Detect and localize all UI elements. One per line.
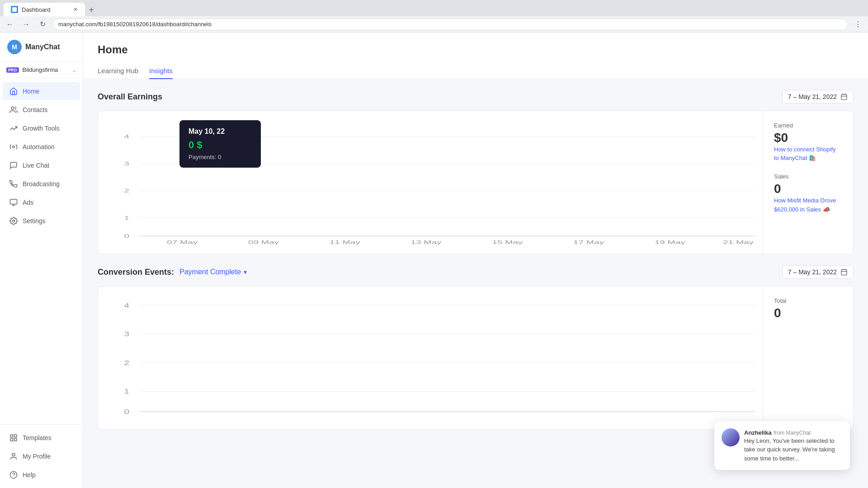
- sales-label: Sales: [774, 173, 842, 180]
- overall-earnings-date-picker[interactable]: 7 – May 21, 2022: [782, 90, 854, 103]
- svg-text:2: 2: [124, 188, 129, 194]
- earned-stat: Earned $0 How to connect Shopify to Many…: [774, 122, 842, 162]
- svg-text:21 May: 21 May: [723, 239, 754, 245]
- svg-text:17 May: 17 May: [573, 239, 604, 245]
- conversion-header-left: Conversion Events: Payment Complete ▾: [98, 267, 247, 277]
- tab-close-button[interactable]: ✕: [73, 6, 78, 13]
- tab-insights[interactable]: Insights: [149, 63, 173, 79]
- sales-value: 0: [774, 182, 842, 196]
- svg-text:0: 0: [124, 408, 129, 415]
- svg-text:15 May: 15 May: [492, 239, 523, 245]
- svg-text:0: 0: [124, 233, 129, 239]
- svg-text:3: 3: [124, 161, 129, 167]
- conversion-events-date: 7 – May 21, 2022: [788, 268, 837, 276]
- svg-text:2: 2: [124, 359, 129, 366]
- nav-items: Home Contacts Growth Tools: [0, 78, 83, 424]
- avatar-image: [722, 428, 740, 446]
- sidebar-item-live-chat[interactable]: Live Chat: [3, 156, 80, 174]
- svg-text:1: 1: [124, 388, 129, 395]
- chat-widget[interactable]: Anzhelika from ManyChat Hey Leon, You've…: [714, 421, 850, 470]
- browser-chrome: Dashboard ✕ + ← → ↻ manychat.com/fb19815…: [0, 0, 868, 33]
- total-value: 0: [774, 306, 842, 320]
- shopify-link[interactable]: How to connect Shopify to ManyChat 🛍️: [774, 146, 836, 161]
- svg-rect-11: [14, 439, 17, 441]
- sidebar-item-automation[interactable]: Automation: [3, 138, 80, 156]
- conversion-events-stats: Total 0: [763, 286, 853, 429]
- svg-rect-10: [14, 435, 17, 437]
- chart-tooltip: May 10, 22 0 $ Payments: 0: [179, 120, 261, 168]
- chevron-down-icon: ⌄: [72, 67, 76, 73]
- svg-point-3: [11, 107, 14, 109]
- workspace-name: Bildungsfirma: [23, 66, 58, 73]
- sales-stat: Sales 0 How Misfit Media Drove $620,000 …: [774, 173, 842, 213]
- back-button[interactable]: ←: [4, 18, 16, 31]
- svg-text:09 May: 09 May: [248, 239, 279, 245]
- svg-text:1: 1: [124, 215, 129, 221]
- sidebar-item-label-help: Help: [23, 471, 36, 479]
- svg-rect-12: [10, 439, 13, 441]
- svg-rect-0: [12, 7, 17, 12]
- tab-learning-hub[interactable]: Learning Hub: [98, 63, 138, 79]
- tooltip-amount: 0 $: [189, 139, 252, 151]
- sidebar-logo: M ManyChat: [0, 33, 83, 62]
- sidebar-item-contacts[interactable]: Contacts: [3, 101, 80, 119]
- sidebar-item-ads[interactable]: Ads: [3, 193, 80, 211]
- tab-title: Dashboard: [22, 6, 51, 13]
- sidebar-item-settings[interactable]: Settings: [3, 212, 80, 230]
- browser-tab[interactable]: Dashboard ✕: [4, 3, 85, 16]
- tab-favicon: [11, 6, 18, 13]
- conversion-events-header: Conversion Events: Payment Complete ▾ 7 …: [98, 265, 854, 279]
- sidebar-item-templates[interactable]: Templates: [3, 429, 80, 447]
- reload-button[interactable]: ↻: [36, 18, 49, 31]
- misfit-media-link[interactable]: How Misfit Media Drove $620,000 in Sales…: [774, 197, 836, 212]
- sidebar-item-label-ads: Ads: [23, 199, 33, 206]
- conversion-events-date-picker[interactable]: 7 – May 21, 2022: [782, 265, 854, 279]
- broadcasting-icon: [9, 179, 18, 188]
- overall-earnings-chart-area: May 10, 22 0 $ Payments: 0: [98, 111, 763, 254]
- main-content: Home Learning Hub Insights Overall Earni…: [83, 33, 868, 488]
- svg-rect-5: [10, 199, 17, 204]
- home-icon: [9, 87, 18, 96]
- sidebar-item-label-contacts: Contacts: [23, 106, 47, 113]
- sidebar-item-label-templates: Templates: [23, 434, 52, 441]
- app: M ManyChat PRO Bildungsfirma ⌄ Home: [0, 33, 868, 488]
- forward-button[interactable]: →: [20, 18, 33, 31]
- chat-sender-source: from ManyChat: [774, 430, 811, 436]
- sidebar-item-help[interactable]: Help: [3, 466, 80, 484]
- chat-avatar: [722, 428, 740, 446]
- svg-text:11 May: 11 May: [330, 239, 361, 245]
- sidebar-item-my-profile[interactable]: My Profile: [3, 447, 80, 465]
- sidebar: M ManyChat PRO Bildungsfirma ⌄ Home: [0, 33, 83, 488]
- my-profile-icon: [9, 452, 18, 461]
- conversion-events-chart-area: 4 3 2 1 0: [98, 286, 763, 429]
- conversion-event-type-select[interactable]: Payment Complete ▾: [179, 268, 247, 276]
- settings-icon: [9, 216, 18, 225]
- conversion-events-title: Conversion Events:: [98, 267, 174, 277]
- nav-bar: ← → ↻ manychat.com/fb198150208192061​8/d…: [0, 16, 868, 33]
- sidebar-bottom: Templates My Profile Help: [0, 424, 83, 488]
- templates-icon: [9, 433, 18, 442]
- help-icon: [9, 470, 18, 479]
- new-tab-button[interactable]: +: [85, 4, 98, 16]
- address-bar[interactable]: manychat.com/fb198150208192061​8/dashboa…: [52, 19, 848, 30]
- overall-earnings-date: 7 – May 21, 2022: [788, 93, 837, 100]
- sidebar-item-broadcasting[interactable]: Broadcasting: [3, 175, 80, 193]
- sidebar-item-growth-tools[interactable]: Growth Tools: [3, 119, 80, 137]
- svg-point-4: [13, 146, 15, 148]
- sidebar-item-home[interactable]: Home: [3, 82, 80, 100]
- svg-text:07 May: 07 May: [167, 239, 198, 245]
- extensions-button[interactable]: ⋮: [852, 18, 864, 31]
- sidebar-item-label-live-chat: Live Chat: [23, 162, 49, 169]
- pro-badge: PRO: [6, 67, 19, 73]
- automation-icon: [9, 142, 18, 151]
- sidebar-item-label-automation: Automation: [23, 143, 55, 150]
- conversion-events-chart-container: 4 3 2 1 0 Total 0: [98, 286, 854, 430]
- page-tabs: Learning Hub Insights: [98, 63, 854, 79]
- chat-sender-name: Anzhelika: [744, 429, 772, 436]
- select-arrow-icon: ▾: [244, 268, 247, 276]
- earned-value: $0: [774, 131, 842, 145]
- calendar-icon: [840, 93, 848, 100]
- tab-bar: Dashboard ✕ +: [0, 0, 868, 16]
- svg-rect-39: [841, 270, 847, 275]
- workspace-selector[interactable]: PRO Bildungsfirma ⌄: [0, 62, 83, 78]
